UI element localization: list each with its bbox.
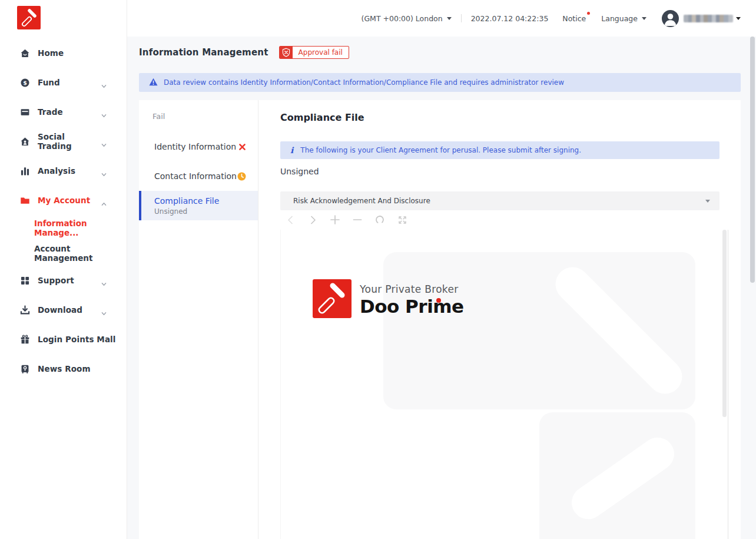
sidebar-item-support[interactable]: Support (0, 266, 127, 295)
svg-text:$: $ (23, 79, 27, 85)
notice-unread-dot (587, 12, 590, 15)
sidebar-item-label: Download (38, 305, 82, 315)
social-trading-icon (20, 137, 30, 147)
watermark-logo-shape (539, 412, 695, 539)
page-head: Information Management Approval fail (139, 46, 349, 59)
notice-button[interactable]: Notice (562, 14, 586, 23)
sidebar-item-label: Login Points Mall (38, 335, 116, 344)
app-window: Home $ Fund Trade Social Tradi (0, 0, 756, 539)
username-redacted[interactable] (684, 15, 733, 22)
chevron-down-icon (705, 200, 710, 203)
warning-triangle-icon (149, 77, 158, 88)
doo-prime-logo-icon[interactable] (17, 6, 41, 29)
sidebar-item-label: Information Manage... (34, 219, 127, 237)
fail-x-icon (238, 143, 246, 151)
trade-icon (20, 107, 30, 117)
sidebar-item-label: Social Trading (38, 132, 101, 151)
shield-x-icon (280, 46, 293, 59)
chevron-down-icon (101, 139, 107, 144)
content-area: Information Management Approval fail (127, 37, 756, 539)
sidebar-item-account-management[interactable]: Account Management (0, 240, 127, 266)
compliance-panel: Compliance File i The following is your … (258, 100, 741, 539)
sidebar-item-analysis[interactable]: Analysis (0, 156, 127, 186)
info-text: The following is your Client Agreement f… (300, 146, 581, 154)
language-label: Language (601, 14, 638, 23)
folder-icon (20, 196, 30, 206)
brand-tagline: Your Private Broker (360, 283, 464, 295)
badge-label: Approval fail (293, 48, 349, 57)
sidebar: Home $ Fund Trade Social Tradi (0, 0, 127, 539)
sidebar-item-news-room[interactable]: News Room (0, 354, 127, 383)
sidebar-item-fund[interactable]: $ Fund (0, 68, 127, 97)
document-brand-text: Your Private Broker Doo Prime (360, 279, 464, 320)
sidebar-item-trade[interactable]: Trade (0, 97, 127, 127)
sidebar-item-label: Account Management (34, 244, 127, 263)
page-scrollbar-thumb[interactable] (750, 37, 755, 283)
review-nav: Fail Identity Information Contact Inform… (139, 100, 258, 539)
review-item-identity-information[interactable]: Identity Information (139, 132, 258, 161)
brand-name: Doo Prime (360, 296, 464, 317)
panel-title: Compliance File (280, 112, 364, 123)
notice-label: Notice (562, 14, 586, 23)
chevron-down-icon (736, 17, 741, 20)
header-divider (461, 14, 462, 22)
review-warning-banner: Data review contains Identity Informatio… (139, 73, 741, 92)
review-item-label: Compliance File (154, 196, 219, 206)
agreement-info-box: i The following is your Client Agreement… (280, 141, 719, 159)
rotate-refresh-button[interactable] (374, 214, 385, 225)
avatar[interactable] (662, 10, 679, 27)
review-item-compliance-file[interactable]: Compliance File Unsigned (139, 191, 258, 220)
review-item-sublabel: Unsigned (154, 207, 187, 216)
language-selector[interactable]: Language (601, 14, 646, 23)
top-header: (GMT +00:00) London 2022.07.12 04:22:35 … (127, 0, 756, 37)
fullscreen-button[interactable] (397, 214, 407, 225)
server-datetime: 2022.07.12 04:22:35 (471, 14, 549, 23)
review-item-label: Identity Information (154, 142, 236, 151)
sidebar-item-label: Fund (38, 78, 60, 87)
gift-icon (20, 335, 30, 345)
zoom-out-button[interactable] (352, 214, 363, 225)
sidebar-item-information-management[interactable]: Information Manage... (0, 215, 127, 240)
pdf-scrollbar-thumb[interactable] (722, 230, 727, 417)
review-item-contact-information[interactable]: Contact Information (139, 161, 258, 191)
sidebar-item-label: Support (38, 276, 74, 285)
home-icon (20, 48, 30, 58)
chevron-down-icon (447, 17, 452, 20)
support-grid-icon (20, 276, 30, 286)
zoom-in-button[interactable] (330, 214, 340, 225)
chevron-down-icon (101, 307, 107, 313)
page-title: Information Management (139, 47, 268, 58)
sidebar-item-label: My Account (38, 196, 90, 205)
watermark-logo-shape (383, 252, 695, 409)
doo-prime-mark-icon (313, 279, 352, 320)
timezone-label: (GMT +00:00) London (362, 14, 443, 23)
banner-text: Data review contains Identity Informatio… (164, 78, 564, 87)
review-card: Fail Identity Information Contact Inform… (139, 100, 741, 539)
analysis-icon (20, 166, 30, 176)
review-group-label: Fail (139, 100, 258, 128)
pdf-viewer: Your Private Broker Doo Prime (280, 230, 728, 539)
sidebar-item-home[interactable]: Home (0, 38, 127, 68)
chevron-down-icon (101, 168, 107, 174)
sidebar-nav: Home $ Fund Trade Social Tradi (0, 38, 127, 383)
prev-page-button[interactable] (285, 214, 296, 225)
sidebar-item-download[interactable]: Download (0, 295, 127, 325)
chevron-down-icon (101, 110, 107, 115)
sidebar-item-label: News Room (38, 364, 91, 373)
agreement-dropdown-label: Risk Acknowledgement And Disclosure (293, 197, 430, 205)
news-room-icon (20, 364, 30, 374)
sidebar-item-social-trading[interactable]: Social Trading (0, 127, 127, 156)
sidebar-item-my-account[interactable]: My Account (0, 186, 127, 215)
sidebar-item-label: Home (38, 48, 64, 58)
next-page-button[interactable] (307, 214, 318, 225)
sidebar-item-label: Trade (38, 107, 63, 117)
timezone-selector[interactable]: (GMT +00:00) London (362, 14, 452, 23)
watermark-bar (548, 260, 689, 401)
pdf-toolbar (285, 214, 407, 225)
sidebar-item-login-points-mall[interactable]: Login Points Mall (0, 325, 127, 354)
chevron-down-icon (101, 80, 107, 85)
agreement-dropdown[interactable]: Risk Acknowledgement And Disclosure (280, 191, 719, 210)
download-icon (20, 305, 30, 315)
review-item-label: Contact Information (154, 171, 237, 181)
chevron-up-icon (101, 198, 107, 203)
